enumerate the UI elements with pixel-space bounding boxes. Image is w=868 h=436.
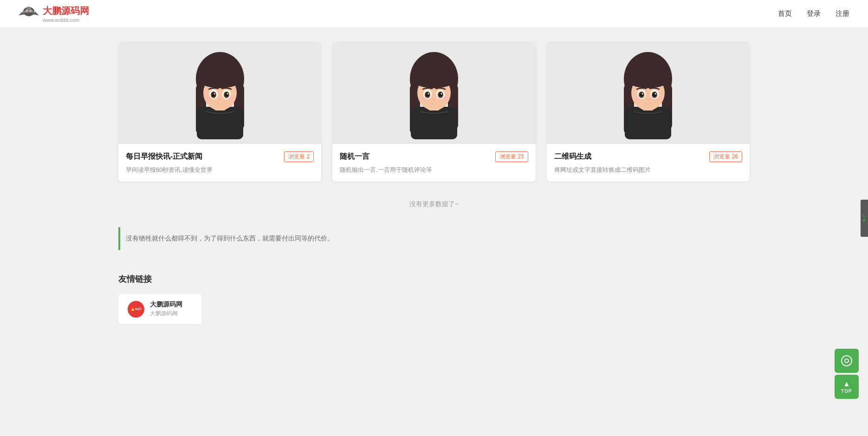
logo-title: 大鹏源码网 (43, 5, 89, 17)
friends-title: 友情链接 (118, 273, 750, 285)
view-badge-1: 浏览量 2 (284, 151, 314, 162)
nav-register[interactable]: 注册 (836, 9, 849, 18)
friend-item-0[interactable]: 🔥HOT 大鹏源码网 大鹏源码网 (118, 294, 202, 324)
svg-point-22 (214, 93, 215, 95)
float-buttons: ▲ TOP (835, 349, 859, 399)
anime-girl-1 (183, 46, 257, 139)
card-desc-2: 随机输出一言,一言用于随机评论等 (340, 166, 528, 174)
svg-point-68 (656, 97, 663, 100)
hot-badge: 🔥HOT (128, 301, 144, 318)
quote-text: 没有牺牲就什么都得不到，为了得到什么东西，就需要付出同等的代价。 (126, 234, 334, 243)
card-image-3 (547, 42, 750, 144)
card-title-row-1: 每日早报快讯-正式新闻 浏览量 2 (126, 151, 314, 162)
svg-point-44 (433, 99, 435, 100)
nav-login[interactable]: 登录 (807, 9, 821, 18)
svg-point-69 (842, 356, 852, 366)
chat-float-button[interactable] (835, 349, 859, 373)
svg-rect-26 (219, 103, 222, 109)
quote-bar (118, 227, 120, 250)
svg-rect-46 (433, 103, 436, 109)
card-title-3: 二维码生成 (554, 152, 591, 162)
nav-links: 首页 登录 注册 (778, 9, 849, 18)
quote-section: 没有牺牲就什么都得不到，为了得到什么东西，就需要付出同等的代价。 (118, 222, 750, 255)
svg-rect-66 (647, 103, 650, 109)
svg-point-24 (219, 99, 221, 100)
svg-point-6 (27, 11, 28, 12)
svg-point-15 (197, 68, 243, 88)
card-title-row-2: 随机一言 浏览量 23 (340, 151, 528, 162)
scrollbar-indicator: L R (861, 200, 868, 237)
card-image-2 (332, 42, 535, 144)
back-to-top-button[interactable]: ▲ TOP (835, 375, 859, 399)
svg-point-64 (647, 99, 649, 100)
svg-rect-52 (625, 107, 671, 139)
friend-sub-0: 大鹏源码网 (150, 310, 182, 318)
anime-girl-2 (397, 46, 471, 139)
logo-icon (19, 5, 39, 23)
friends-list: 🔥HOT 大鹏源码网 大鹏源码网 (118, 294, 750, 324)
svg-point-35 (411, 68, 457, 88)
svg-point-7 (31, 11, 32, 12)
no-more-text: 没有更多数据了~ (118, 200, 750, 208)
svg-point-27 (205, 97, 212, 100)
card-3[interactable]: 二维码生成 浏览量 26 将网址或文字直接转换成二维码图片 (547, 42, 750, 182)
svg-rect-12 (197, 107, 243, 139)
svg-point-23 (227, 93, 228, 95)
logo-subtitle: www.wobbt.com (43, 17, 89, 23)
card-2[interactable]: 随机一言 浏览量 23 随机输出一言,一言用于随机评论等 (332, 42, 535, 182)
main-content: 每日早报快讯-正式新闻 浏览量 2 早间读早报60秒资讯,读懂全世界 (109, 28, 759, 338)
cards-grid: 每日早报快讯-正式新闻 浏览量 2 早间读早报60秒资讯,读懂全世界 (118, 42, 750, 182)
svg-point-28 (228, 97, 235, 100)
svg-point-43 (440, 93, 442, 95)
svg-point-70 (845, 359, 849, 363)
friends-section: 友情链接 🔥HOT 大鹏源码网 大鹏源码网 (118, 273, 750, 324)
scrollbar-l: L (863, 215, 865, 218)
card-image-1 (118, 42, 321, 144)
top-label: TOP (841, 389, 852, 394)
friend-info: 大鹏源码网 大鹏源码网 (150, 300, 182, 318)
card-title-2: 随机一言 (340, 152, 369, 162)
card-title-1: 每日早报快讯-正式新闻 (126, 152, 202, 162)
svg-point-48 (442, 97, 449, 100)
card-body-3: 二维码生成 浏览量 26 将网址或文字直接转换成二维码图片 (547, 144, 750, 182)
card-body-2: 随机一言 浏览量 23 随机输出一言,一言用于随机评论等 (332, 144, 535, 182)
svg-point-55 (625, 68, 671, 88)
friend-name-0: 大鹏源码网 (150, 300, 182, 309)
svg-rect-32 (411, 107, 457, 139)
logo-text-area: 大鹏源码网 www.wobbt.com (43, 5, 89, 23)
header: 大鹏源码网 www.wobbt.com 首页 登录 注册 (0, 0, 868, 28)
card-1[interactable]: 每日早报快讯-正式新闻 浏览量 2 早间读早报60秒资讯,读懂全世界 (118, 42, 321, 182)
top-arrow-icon: ▲ (843, 380, 850, 388)
view-badge-3: 浏览量 26 (709, 151, 742, 162)
svg-point-62 (642, 93, 643, 95)
scrollbar-r: R (863, 219, 865, 222)
anime-girl-3 (611, 46, 685, 139)
card-desc-3: 将网址或文字直接转换成二维码图片 (554, 166, 742, 174)
card-title-row-3: 二维码生成 浏览量 26 (554, 151, 742, 162)
svg-point-47 (419, 97, 426, 100)
chat-icon (841, 355, 853, 367)
svg-point-42 (428, 93, 429, 95)
card-body-1: 每日早报快讯-正式新闻 浏览量 2 早间读早报60秒资讯,读懂全世界 (118, 144, 321, 182)
svg-point-67 (633, 97, 640, 100)
svg-point-63 (655, 93, 656, 95)
nav-home[interactable]: 首页 (778, 9, 792, 18)
view-badge-2: 浏览量 23 (495, 151, 528, 162)
card-desc-1: 早间读早报60秒资讯,读懂全世界 (126, 166, 314, 174)
logo-area: 大鹏源码网 www.wobbt.com (19, 5, 89, 23)
